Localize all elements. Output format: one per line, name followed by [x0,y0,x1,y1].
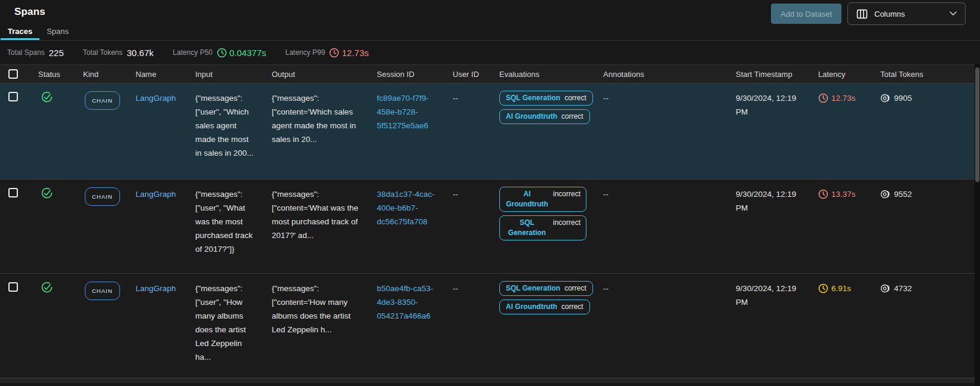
span-name-link[interactable]: LangGraph [136,284,176,293]
tokens-value: 9552 [894,187,912,201]
annotations-cell: -- [597,84,730,110]
col-start-timestamp[interactable]: Start Timestamp [730,70,812,79]
row-checkbox[interactable] [8,92,18,101]
session-id-cell: b50ae4fb-ca53-4de3-8350-054217a466a6 [371,274,447,328]
evaluation-pill[interactable]: SQL Generation correct [499,91,593,106]
annotations-cell: -- [597,180,730,206]
table-row[interactable]: CHAIN LangGraph {"messages": ["user", "W… [0,84,980,179]
evaluation-value: incorrect [553,189,580,199]
tokens-value: 9905 [894,91,912,105]
status-ok-icon [41,281,53,294]
user-id-cell: -- [447,84,493,110]
tab-spans-label: Spans [47,27,69,36]
stat-latency-p50: Latency P50 0.04377s [173,48,266,58]
stat-total-tokens: Total Tokens 30.67k [83,48,154,58]
stat-value: 225 [49,48,64,58]
clock-icon [818,189,828,199]
stat-value: 0.04377s [229,48,266,58]
tokens-icon [880,189,891,199]
session-id-link[interactable]: 38da1c37-4cac-400e-b6b7-dc56c75fa708 [377,187,435,228]
session-id-link[interactable]: fc89ae70-f7f9-458e-b728-5f51275e5ae6 [377,91,435,132]
stat-latency-p99: Latency P99 12.73s [285,48,369,58]
stat-value: 12.73s [342,48,368,58]
columns-dropdown[interactable]: Columns [847,2,966,25]
columns-label: Columns [874,10,905,18]
name-cell: LangGraph [130,274,189,300]
col-status[interactable]: Status [32,70,77,79]
stat-total-spans: Total Spans 225 [7,48,64,58]
col-kind[interactable]: Kind [77,70,130,79]
evaluation-pill[interactable]: AI Groundtruth correct [499,109,590,124]
table-row[interactable]: CHAIN LangGraph {"messages": ["user", "H… [0,273,980,378]
status-cell [32,84,77,112]
chevron-down-icon [950,11,957,16]
kind-badge: CHAIN [85,91,120,110]
kind-cell: CHAIN [77,84,130,115]
output-cell: {"messages": ["content='Which sales agen… [266,84,371,151]
col-latency[interactable]: Latency [812,70,874,79]
table-header: Status Kind Name Input Output Session ID… [0,64,980,84]
latency-metric: 6.91s [818,282,851,295]
evaluation-pill[interactable]: SQL Generation incorrect [499,215,586,240]
kind-badge: CHAIN [85,282,120,300]
session-id-link[interactable]: b50ae4fb-ca53-4de3-8350-054217a466a6 [377,282,435,323]
col-user-id[interactable]: User ID [447,70,493,79]
evaluations-cell: AI Groundtruth incorrect SQL Generation … [493,180,597,245]
clock-icon [329,48,339,58]
evaluation-label: SQL Generation [506,283,560,294]
horizontal-scrollbar[interactable] [0,378,980,383]
col-name[interactable]: Name [130,70,189,79]
tokens-metric: 4732 [880,282,912,295]
col-input[interactable]: Input [189,70,266,79]
col-output[interactable]: Output [266,70,371,79]
stat-label: Total Spans [7,48,45,57]
start-timestamp-cell: 9/30/2024, 12:19 PM [730,274,812,314]
tab-traces[interactable]: Traces [1,24,39,40]
stats-bar: Total Spans 225 Total Tokens 30.67k Late… [0,41,980,64]
total-tokens-cell: 9552 [874,180,980,208]
evaluation-pill[interactable]: AI Groundtruth correct [499,299,590,314]
row-checkbox[interactable] [8,282,18,292]
row-select-cell [0,180,32,202]
name-cell: LangGraph [130,84,189,110]
evaluation-value: correct [561,302,583,312]
tabbar: Traces Spans [0,24,980,41]
col-total-tokens[interactable]: Total Tokens [874,70,980,79]
tab-spans[interactable]: Spans [39,24,76,40]
span-name-link[interactable]: LangGraph [136,94,176,103]
input-cell: {"messages": ["user", "How many albums d… [189,274,266,369]
status-ok-icon [41,91,53,103]
status-cell [32,180,77,208]
user-id-cell: -- [447,180,493,206]
evaluations-cell: SQL Generation correct AI Groundtruth co… [493,84,597,129]
stat-label: Latency P99 [285,48,325,57]
total-tokens-cell: 9905 [874,84,980,112]
span-name-link[interactable]: LangGraph [136,190,176,199]
evaluation-label: SQL Generation [506,93,560,103]
session-id-cell: 38da1c37-4cac-400e-b6b7-dc56c75fa708 [371,180,447,233]
col-annotations[interactable]: Annotations [597,70,730,79]
evaluation-pill[interactable]: SQL Generation correct [499,281,593,296]
latency-metric: 13.37s [818,187,856,201]
output-cell: {"messages": ["content='What was the mos… [266,180,371,247]
col-session-id[interactable]: Session ID [371,70,447,79]
evaluation-pill[interactable]: AI Groundtruth incorrect [499,187,586,212]
evaluation-label: AI Groundtruth [506,302,557,312]
add-to-dataset-button[interactable]: Add to Dataset [771,4,841,24]
latency-value: 13.37s [831,187,856,201]
name-cell: LangGraph [130,180,189,206]
user-id-cell: -- [447,274,493,300]
evaluation-value: correct [564,93,586,103]
input-cell: {"messages": ["user", "Which sales agent… [189,84,266,165]
evaluations-cell: SQL Generation correct AI Groundtruth co… [493,274,597,319]
row-select-cell [0,274,32,297]
table-row[interactable]: CHAIN LangGraph {"messages": ["user", "W… [0,179,980,273]
col-evaluations[interactable]: Evaluations [493,70,597,79]
scrollbar-thumb[interactable] [975,67,979,182]
vertical-scrollbar[interactable] [975,64,980,386]
row-checkbox[interactable] [8,188,18,197]
latency-value: 6.91s [831,282,851,295]
latency-value: 12.73s [831,91,856,105]
select-all-checkbox[interactable] [8,69,18,79]
status-ok-icon [41,187,53,199]
